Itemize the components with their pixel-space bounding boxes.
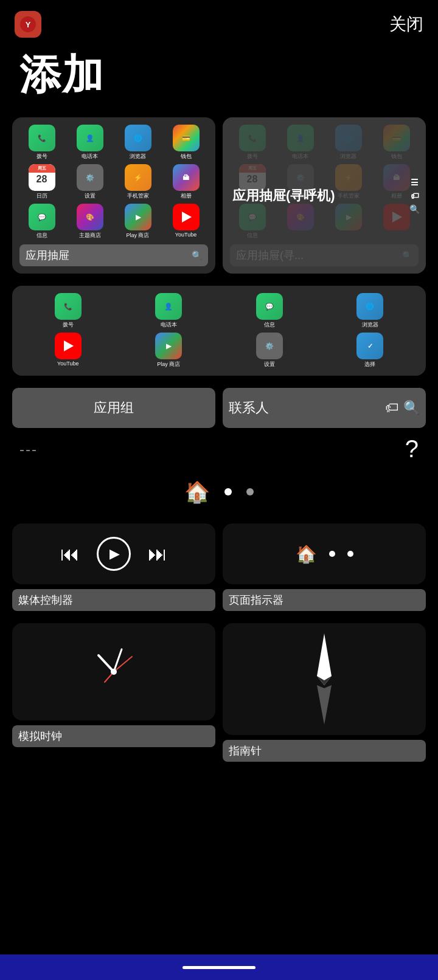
phone-icon: 📞 [29,125,55,151]
bottom-widget-row-2: 模拟时钟 指南针 [0,623,438,762]
ag-messages[interactable]: 💬 信息 [221,293,318,329]
compass-label-bar: 指南针 [223,740,426,762]
app-grid-r1: 📞 拨号 👤 电话本 🌐 浏览器 💳 钱包 [19,125,208,240]
widgets-area: 📞 拨号 👤 电话本 🌐 浏览器 💳 钱包 [0,117,438,376]
app-item-playstore[interactable]: ▶ Play 商店 [116,204,160,240]
page-indicator-label-bar: 页面指示器 [223,589,426,611]
app-group-card[interactable]: 📞 拨号 👤 电话本 💬 信息 🌐 浏览器 YouTube [12,286,426,376]
tag-icon: 🏷 [411,191,419,201]
calendar-icon: 周五 28 [29,164,55,191]
media-controller-area: ⏮ ▶ ⏭ 媒体控制器 [12,523,215,611]
media-controller-widget[interactable]: ⏮ ▶ ⏭ [12,523,215,584]
app-drawer-card-2[interactable]: 📞 拨号 👤 电话本 🌐 浏览器 💳 钱包 [223,117,426,274]
clock-face [74,632,153,711]
app-drawer-card-1[interactable]: 📞 拨号 👤 电话本 🌐 浏览器 💳 钱包 [12,117,215,274]
page-dot-1 [224,488,232,495]
analog-clock-widget[interactable] [12,623,215,720]
clock-area: 模拟时钟 [12,623,215,762]
appgroup-grid: 📞 拨号 👤 电话本 💬 信息 🌐 浏览器 YouTube [19,293,419,368]
clock-label-bar: 模拟时钟 [12,725,215,747]
compass-needle-svg [294,630,355,728]
app-label-browser: 浏览器 [130,153,146,160]
media-controller-label-bar: 媒体控制器 [12,589,215,611]
gallery-icon: 🏔 [173,164,200,191]
home-icon[interactable]: 🏠 [184,480,210,504]
section-btn-contacts-label: 联系人 [229,399,269,417]
mc-prev-btn[interactable]: ⏮ [60,543,80,565]
question-mark: ? [405,435,419,463]
app-item-phonemanager[interactable]: ⚡ 手机管家 [116,164,160,200]
card-label-bar-1: 应用抽屉 🔍 [19,244,208,266]
top-app-icon: Y [15,11,41,38]
ag-contacts[interactable]: 👤 电话本 [120,293,218,329]
app-item-youtube[interactable]: YouTube [164,204,208,240]
app-item-wallet[interactable]: 💳 钱包 [164,125,208,160]
nav-pill [182,966,255,969]
page-indicator-widget-area: 🏠 页面指示器 [223,523,426,611]
app-item-browser[interactable]: 🌐 浏览器 [116,125,160,160]
page-indicator-widget[interactable]: 🏠 [223,523,426,584]
section-btn-appgroup-label: 应用组 [94,399,134,417]
section-btn-contacts[interactable]: 联系人 🏷 🔍 [223,388,426,428]
app-item-phone[interactable]: 📞 拨号 [19,125,64,160]
compass-area: 指南针 [223,623,426,762]
contacts-icon: 👤 [77,125,103,151]
browser-icon: 🌐 [125,125,151,151]
app-item-settings[interactable]: ⚙️ 设置 [68,164,112,200]
svg-marker-8 [317,685,332,725]
app-label-gallery: 相册 [181,192,192,200]
svg-line-2 [99,655,114,672]
app-label-youtube: YouTube [175,232,196,238]
ag-playstore-icon: ▶ [155,333,182,359]
themes-icon: 🎨 [77,204,103,230]
svg-text:Y: Y [26,20,31,29]
app-item-messages[interactable]: 💬 信息 [19,204,64,240]
ag-phone[interactable]: 📞 拨号 [19,293,117,329]
ag-settings[interactable]: ⚙️ 设置 [221,333,318,368]
section-contacts-icons: 🏷 🔍 [385,400,420,416]
ag-playstore[interactable]: ▶ Play 商店 [120,333,218,368]
page-dot-2 [246,488,254,495]
ag-phone-icon: 📞 [55,293,82,320]
app-label-phone: 拨号 [36,153,47,160]
ag-select-icon: ✓ [356,333,383,359]
app-item-gallery[interactable]: 🏔 相册 [164,164,208,200]
section-buttons-row: 应用组 联系人 🏷 🔍 [0,388,438,428]
ag-browser-icon: 🌐 [356,293,383,320]
page-indicator-home: 🏠 [296,544,317,564]
media-controller-label: 媒体控制器 [18,593,73,607]
app-label-playstore: Play 商店 [126,232,149,240]
clock-label: 模拟时钟 [18,729,62,744]
overlay-text-2: 应用抽屉(寻呼机) [232,187,335,205]
app-label-phonemanager: 手机管家 [127,192,149,200]
search-icon-2[interactable]: 🔍 [409,204,420,214]
wallet-icon: 💳 [173,125,200,151]
section-btn-appgroup[interactable]: 应用组 [12,388,215,428]
app-item-themes[interactable]: 🎨 主题商店 [68,204,112,240]
menu-icon: ☰ [411,178,419,187]
ag-contacts-icon: 👤 [155,293,182,320]
page-indicator-row: 🏠 [0,470,438,514]
ag-youtube-icon [55,333,82,359]
app-label-calendar: 日历 [36,192,47,200]
close-button[interactable]: 关闭 [389,13,423,36]
tag-icon-contacts: 🏷 [385,400,398,416]
app-item-calendar[interactable]: 周五 28 日历 [19,164,64,200]
ag-select[interactable]: ✓ 选择 [322,333,419,368]
qmark-row: --- ? [0,428,438,470]
search-icon-contacts[interactable]: 🔍 [403,400,420,416]
app-item-contacts[interactable]: 👤 电话本 [68,125,112,160]
page-title: 添加 [0,38,438,117]
search-icon-1[interactable]: 🔍 [192,250,202,260]
mc-play-btn[interactable]: ▶ [97,537,131,571]
top-bar: Y 关闭 [0,0,438,38]
ag-browser[interactable]: 🌐 浏览器 [322,293,419,329]
phonemanager-icon: ⚡ [125,164,151,191]
ag-youtube[interactable]: YouTube [19,333,117,368]
app-label-messages: 信息 [36,232,47,240]
pi-dot-2 [347,551,353,557]
mc-next-btn[interactable]: ⏭ [148,543,167,565]
compass-widget[interactable] [223,623,426,735]
widget-row-1: 📞 拨号 👤 电话本 🌐 浏览器 💳 钱包 [12,117,426,274]
ag-settings-icon: ⚙️ [256,333,283,359]
